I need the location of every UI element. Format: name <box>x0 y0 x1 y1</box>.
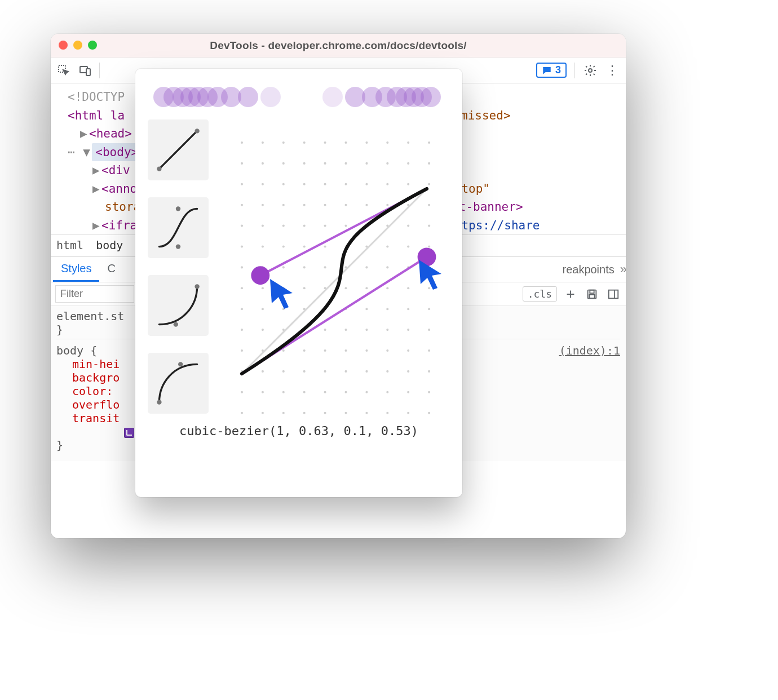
tab-label: Styles <box>61 262 91 275</box>
svg-point-87 <box>428 266 430 268</box>
svg-point-77 <box>428 245 430 247</box>
html-tag[interactable]: <html la <box>68 109 125 122</box>
breadcrumb-html[interactable]: html <box>56 238 83 252</box>
svg-point-40 <box>282 183 285 185</box>
svg-point-126 <box>407 349 409 352</box>
svg-point-106 <box>407 308 409 310</box>
svg-point-144 <box>365 391 368 393</box>
preset-ease-in-out[interactable] <box>148 197 209 258</box>
svg-point-80 <box>282 266 285 268</box>
svg-line-9 <box>159 131 197 169</box>
panel-toggle-icon[interactable] <box>605 286 621 302</box>
svg-point-46 <box>407 183 409 185</box>
svg-point-151 <box>303 412 306 414</box>
messages-button[interactable]: 3 <box>536 63 567 78</box>
svg-point-82 <box>324 266 326 268</box>
close-window-button[interactable] <box>59 41 68 50</box>
expand-icon[interactable]: ▶ <box>92 216 101 235</box>
svg-point-152 <box>324 412 326 414</box>
preset-linear[interactable] <box>148 119 209 180</box>
device-toggle-icon[interactable] <box>78 63 92 78</box>
save-icon[interactable] <box>584 286 600 302</box>
minimize-window-button[interactable] <box>73 41 82 50</box>
svg-point-58 <box>241 225 243 227</box>
svg-point-149 <box>262 412 264 414</box>
svg-point-131 <box>303 370 306 373</box>
svg-point-97 <box>428 287 430 289</box>
brace: } <box>56 438 63 452</box>
preset-ease-out[interactable] <box>148 353 209 414</box>
svg-point-57 <box>428 204 430 206</box>
svg-rect-5 <box>590 290 594 294</box>
tab-styles[interactable]: Styles <box>53 257 99 282</box>
svg-point-67 <box>428 225 430 227</box>
control-point-p1[interactable] <box>251 266 269 285</box>
svg-point-90 <box>282 287 285 289</box>
svg-point-99 <box>262 308 264 310</box>
svg-point-22 <box>324 141 326 144</box>
element-style-selector[interactable]: element.st <box>56 309 124 323</box>
svg-point-54 <box>365 204 368 206</box>
svg-point-32 <box>324 162 326 165</box>
svg-point-59 <box>262 225 264 227</box>
svg-point-154 <box>365 412 368 414</box>
maximize-window-button[interactable] <box>88 41 97 50</box>
rule-selector[interactable]: body { <box>56 344 97 357</box>
svg-point-51 <box>303 204 306 206</box>
svg-point-112 <box>324 329 326 331</box>
svg-point-143 <box>344 391 347 393</box>
svg-point-100 <box>282 308 285 310</box>
breadcrumb-body[interactable]: body <box>96 238 123 252</box>
svg-point-44 <box>365 183 368 185</box>
tab-breakpoints[interactable]: reakpoints <box>562 263 614 276</box>
styles-filter-input[interactable] <box>55 285 134 303</box>
svg-point-107 <box>428 308 430 310</box>
svg-point-95 <box>386 287 388 289</box>
inspect-icon[interactable] <box>56 63 71 78</box>
svg-point-129 <box>262 370 264 373</box>
svg-point-125 <box>386 349 388 352</box>
svg-point-16 <box>157 400 161 404</box>
svg-point-20 <box>282 141 285 144</box>
kebab-icon[interactable]: ⋮ <box>605 63 620 78</box>
svg-point-62 <box>324 225 326 227</box>
body-tag[interactable]: <body> <box>95 145 138 159</box>
svg-point-68 <box>241 245 243 247</box>
overflow-dots[interactable]: ⋯ <box>68 145 76 159</box>
rule-source-link[interactable]: (index):1 <box>559 344 620 357</box>
svg-point-60 <box>282 225 285 227</box>
div-tag[interactable]: <div <box>101 163 130 177</box>
svg-line-158 <box>242 189 427 374</box>
svg-point-38 <box>241 183 243 185</box>
svg-rect-7 <box>609 290 618 299</box>
svg-rect-6 <box>589 295 594 298</box>
svg-point-31 <box>303 162 306 165</box>
control-point-p2[interactable] <box>418 248 436 267</box>
tab-computed[interactable]: C <box>99 257 123 282</box>
svg-point-49 <box>262 204 264 206</box>
cls-toggle-button[interactable]: .cls <box>523 286 557 302</box>
head-tag[interactable]: <head> <box>89 127 132 140</box>
svg-point-127 <box>428 349 430 352</box>
anno-tag[interactable]: <anno <box>101 182 137 196</box>
collapse-icon[interactable]: ▼ <box>83 143 92 162</box>
traffic-lights <box>59 41 97 50</box>
svg-point-146 <box>407 391 409 393</box>
svg-point-137 <box>428 370 430 373</box>
svg-point-148 <box>241 412 243 414</box>
svg-point-42 <box>324 183 326 185</box>
gear-icon[interactable] <box>583 63 598 78</box>
plus-icon[interactable] <box>563 286 578 302</box>
chevrons-icon[interactable]: » <box>620 262 624 277</box>
preset-ease-in[interactable] <box>148 275 209 336</box>
svg-point-15 <box>194 284 199 289</box>
expand-icon[interactable]: ▶ <box>92 161 101 180</box>
iframe-tag[interactable]: <ifra <box>101 219 137 232</box>
bezier-curve-editor[interactable] <box>219 119 450 414</box>
svg-point-136 <box>407 370 409 373</box>
bezier-swatch-icon[interactable] <box>124 428 134 438</box>
expand-icon[interactable]: ▶ <box>80 125 89 143</box>
svg-point-140 <box>282 391 285 393</box>
expand-icon[interactable]: ▶ <box>92 180 101 198</box>
svg-point-155 <box>386 412 388 414</box>
